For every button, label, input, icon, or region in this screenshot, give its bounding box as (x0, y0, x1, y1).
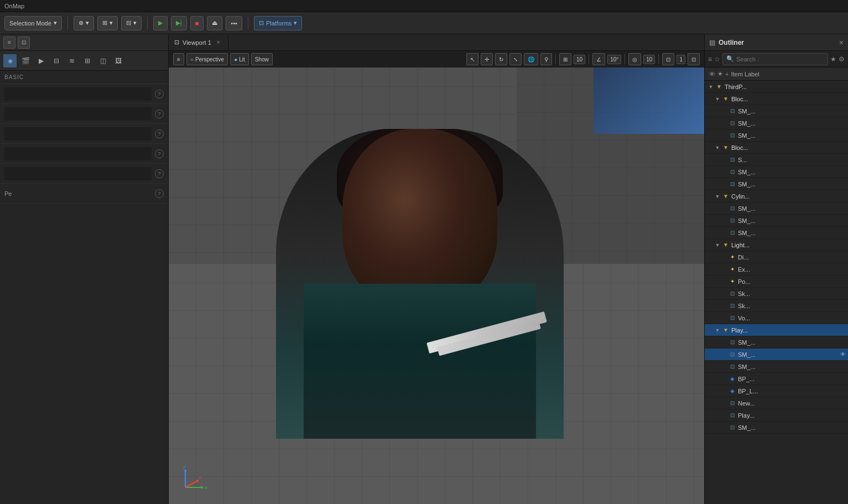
add-actor-btn[interactable]: ⊕ ▾ (74, 16, 94, 30)
tree-expand-25[interactable] (720, 375, 728, 383)
outliner-bookmark-btn[interactable]: ★ (830, 55, 836, 63)
tree-expand-13[interactable] (720, 229, 728, 237)
outliner-filter-btn[interactable]: ≡ (708, 55, 712, 63)
tree-item-12[interactable]: ⊡SM_... (705, 215, 848, 227)
tree-item-4[interactable]: ⊡SM_... (705, 117, 848, 129)
tree-item-17[interactable]: ✦Po... (705, 276, 848, 288)
tree-expand-15[interactable] (720, 253, 728, 261)
tree-expand-22[interactable] (720, 339, 728, 346)
tree-expand-17[interactable] (720, 278, 728, 285)
tree-item-20[interactable]: ⊡Vo... (705, 312, 848, 324)
scale-btn[interactable]: ⤡ (509, 53, 522, 65)
tree-item-3[interactable]: ⊡SM_... (705, 105, 848, 117)
tree-item-18[interactable]: ⊡Sk... (705, 288, 848, 300)
tree-expand-12[interactable] (720, 217, 728, 225)
eject-btn[interactable]: ⏏ (207, 16, 222, 30)
tree-item-22[interactable]: ⊡SM_... (705, 336, 848, 349)
help-icon-4[interactable]: ? (155, 149, 164, 158)
timeline-tab-btn[interactable]: ⊟ (50, 54, 63, 67)
tree-expand-4[interactable] (720, 119, 728, 127)
left-options-btn[interactable]: ⊡ (18, 37, 30, 49)
translate-btn[interactable]: ✛ (481, 53, 493, 65)
tree-item-8[interactable]: ⊡SM_... (705, 166, 848, 178)
play-next-btn[interactable]: ▶| (171, 16, 187, 30)
tree-item-9[interactable]: ⊡SM_... (705, 178, 848, 190)
viewport-tab-close[interactable]: × (215, 39, 222, 46)
help-icon-3[interactable]: ? (155, 129, 164, 138)
stop-btn[interactable]: ■ (190, 16, 204, 30)
tree-item-24[interactable]: ⊡SM_... (705, 361, 848, 373)
tree-expand-3[interactable] (720, 107, 728, 115)
tree-item-26[interactable]: ◈BP_L... (705, 385, 848, 397)
tree-expand-2[interactable]: ▼ (714, 95, 721, 103)
anim-tab-btn[interactable]: ≋ (65, 54, 79, 67)
viewport-content[interactable]: X Z Y (169, 67, 704, 504)
maximize-viewport-btn[interactable]: ⊡ (688, 53, 700, 65)
tree-item-15[interactable]: ✦Di... (705, 251, 848, 263)
play2-tab-btn[interactable]: ▶ (34, 54, 48, 67)
grid-snap-btn[interactable]: ⊞ (559, 53, 571, 65)
rotate-btn[interactable]: ↻ (495, 53, 507, 65)
tree-item-1[interactable]: ▼▼ThirdP... (705, 81, 848, 93)
outliner-star-filter-btn[interactable]: ☆ (714, 55, 720, 63)
tree-item-5[interactable]: ⊡SM_... (705, 129, 848, 142)
help-icon-5[interactable]: ? (155, 169, 164, 178)
details-tab-btn[interactable]: ◈ (3, 54, 17, 67)
viewport-tab-1[interactable]: ⊡ Viewport 1 × (169, 34, 228, 50)
tree-expand-14[interactable]: ▼ (714, 241, 721, 249)
tree-expand-1[interactable]: ▼ (707, 83, 715, 91)
platforms-btn[interactable]: ⊡ Platforms ▾ (254, 16, 302, 30)
tree-item-10[interactable]: ▼▼Cylin... (705, 190, 848, 202)
tree-vis-icon-23[interactable]: 👁 (840, 351, 846, 357)
tree-expand-28[interactable] (720, 412, 728, 419)
viewport-menu-btn[interactable]: ≡ (173, 53, 184, 65)
show-btn[interactable]: Show (251, 53, 273, 65)
tree-item-19[interactable]: ⊡Sk... (705, 300, 848, 312)
tree-item-11[interactable]: ⊡SM_... (705, 202, 848, 215)
lit-btn[interactable]: ● Lit (230, 53, 249, 65)
tree-item-2[interactable]: ▼▼Bloc... (705, 93, 848, 105)
surface-snap-btn[interactable]: ⚲ (540, 53, 552, 65)
tree-item-14[interactable]: ▼▼Light... (705, 239, 848, 251)
overlay-btn[interactable]: ⊡ (662, 53, 674, 65)
tree-expand-19[interactable] (720, 302, 728, 310)
angle-snap-btn[interactable]: ∠ (592, 53, 605, 65)
tree-item-7[interactable]: ⊡S... (705, 154, 848, 166)
outliner-settings-btn[interactable]: ⚙ (839, 55, 845, 63)
tree-expand-16[interactable] (720, 266, 728, 273)
tree-expand-11[interactable] (720, 205, 728, 212)
image-tab-btn[interactable]: 🖼 (112, 54, 125, 67)
select-mode-btn[interactable]: ↖ (466, 53, 478, 65)
help-icon-2[interactable]: ? (155, 110, 164, 118)
tree-item-21[interactable]: ▼▼Play... (705, 324, 848, 336)
camera-speed-btn[interactable]: ◎ (628, 53, 641, 65)
movie-tab-btn[interactable]: 🎬 (19, 54, 32, 67)
tree-item-25[interactable]: ◈BP_... (705, 373, 848, 385)
play-btn[interactable]: ▶ (153, 16, 168, 30)
tree-item-6[interactable]: ▼▼Bloc... (705, 142, 848, 154)
tree-expand-5[interactable] (720, 132, 728, 139)
perspective-btn[interactable]: ○ Perspective (186, 53, 228, 65)
outliner-search-input[interactable] (736, 56, 824, 63)
tree-expand-18[interactable] (720, 290, 728, 298)
tree-item-13[interactable]: ⊡SM_... (705, 227, 848, 239)
selection-mode-btn[interactable]: Selection Mode ▾ (4, 16, 62, 30)
tree-item-29[interactable]: ⊡SM_... (705, 422, 848, 434)
tree-expand-26[interactable] (720, 387, 728, 395)
tree-expand-8[interactable] (720, 168, 728, 176)
world-local-btn[interactable]: 🌐 (524, 53, 538, 65)
tree-expand-7[interactable] (720, 156, 728, 164)
tree-item-16[interactable]: ✦Ex... (705, 263, 848, 276)
left-filter-btn[interactable]: ≡ (3, 37, 15, 49)
layout-btn[interactable]: ⊟ ▾ (121, 16, 142, 30)
tree-expand-24[interactable] (720, 363, 728, 371)
tree-expand-29[interactable] (720, 424, 728, 432)
help-icon-6[interactable]: ? (155, 189, 164, 198)
outliner-close-btn[interactable]: × (839, 38, 844, 47)
more-options-btn[interactable]: ••• (226, 16, 242, 30)
tree-expand-21[interactable]: ▼ (714, 326, 721, 334)
tree-expand-23[interactable] (720, 351, 728, 358)
tree-item-27[interactable]: ⊡New... (705, 397, 848, 409)
tree-item-28[interactable]: ⊡Play... (705, 409, 848, 422)
tree-expand-20[interactable] (720, 314, 728, 322)
